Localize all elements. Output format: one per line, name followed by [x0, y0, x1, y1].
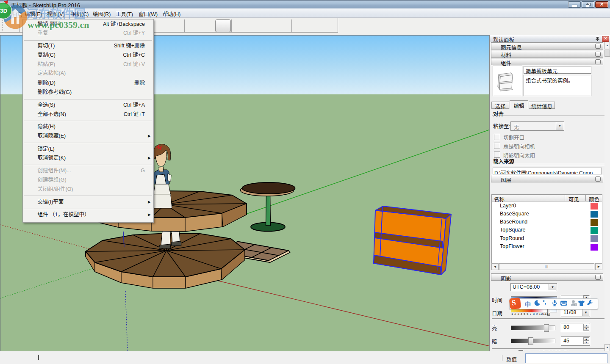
- svg-text:3D: 3D: [0, 8, 8, 14]
